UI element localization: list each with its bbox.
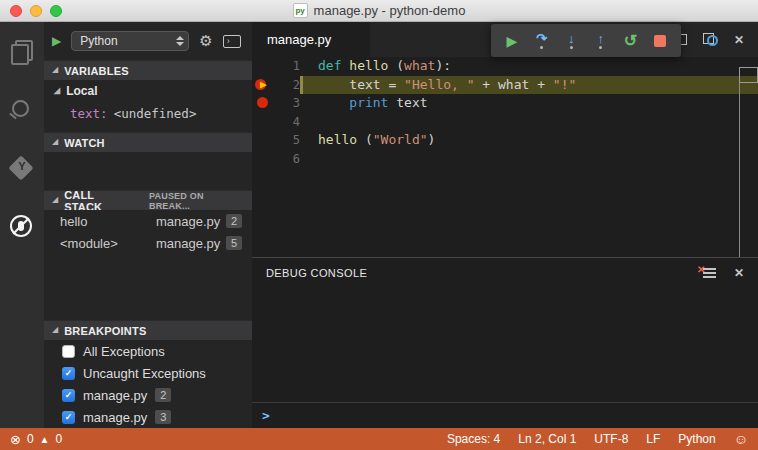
stop-button[interactable] <box>647 28 673 54</box>
debug-sidebar: ▶ Python ⚙ › ◢ VARIABLES ◢ Local tex <box>44 22 252 428</box>
console-input[interactable]: > <box>252 402 758 428</box>
breakpoint-gutter[interactable] <box>252 113 274 132</box>
code-area: 1def hello (what):▶2 text = "Hello, " + … <box>252 57 758 168</box>
debug-console-panel: DEBUG CONSOLE ✕ ✕ > <box>252 257 758 428</box>
watch-section-header[interactable]: ◢ WATCH <box>44 132 252 152</box>
breakpoints-body: All Exceptions Uncaught Exceptions manag… <box>44 340 252 428</box>
breakpoint-gutter[interactable] <box>252 150 274 169</box>
code-line[interactable]: ▶2 text = "Hello, " + what + "!" <box>252 76 758 95</box>
current-line-breakpoint-icon[interactable]: ▶ <box>254 79 274 91</box>
code-text: text = "Hello, " + what + "!" <box>300 76 758 95</box>
line-number-badge: 2 <box>226 214 242 228</box>
warnings-icon[interactable]: ▲ <box>40 434 50 445</box>
breakpoint-icon[interactable] <box>257 97 268 108</box>
start-debugging-icon[interactable]: ▶ <box>52 34 61 48</box>
eol-status[interactable]: LF <box>646 432 660 446</box>
line-number: 4 <box>274 113 300 132</box>
status-bar: ⊗ 0 ▲ 0 Spaces: 4 Ln 2, Col 1 UTF-8 LF P… <box>0 428 758 450</box>
breakpoint-gutter[interactable] <box>252 57 274 76</box>
code-text: hello ("World") <box>300 131 758 150</box>
console-output[interactable] <box>252 288 758 402</box>
traffic-lights <box>10 5 62 17</box>
feedback-smiley-icon[interactable]: ☺ <box>734 431 748 447</box>
step-out-button[interactable]: ↑ <box>588 28 614 54</box>
line-number-badge: 5 <box>226 236 242 250</box>
variable-row[interactable]: text: <undefined> <box>44 102 252 124</box>
restart-button[interactable]: ↺ <box>617 28 643 54</box>
close-panel-icon[interactable]: ✕ <box>734 266 744 280</box>
debug-icon[interactable] <box>9 214 35 240</box>
panel-header: DEBUG CONSOLE ✕ ✕ <box>252 258 758 288</box>
breakpoint-item[interactable]: manage.py 3 <box>44 406 252 428</box>
clear-console-icon[interactable]: ✕ <box>700 267 716 280</box>
breakpoint-item[interactable]: Uncaught Exceptions <box>44 362 252 384</box>
debug-config-dropdown[interactable]: Python <box>71 31 189 51</box>
code-text: print text <box>300 94 758 113</box>
gear-icon[interactable]: ⚙ <box>199 32 212 50</box>
debug-sidebar-toolbar: ▶ Python ⚙ › <box>44 22 252 60</box>
call-stack-frame[interactable]: <module> manage.py 5 <box>44 232 252 254</box>
debug-config-value: Python <box>80 34 117 48</box>
line-number: 1 <box>274 57 300 76</box>
breakpoint-item[interactable]: manage.py 2 <box>44 384 252 406</box>
code-line[interactable]: 1def hello (what): <box>252 57 758 76</box>
code-text <box>300 150 758 169</box>
tab-manage-py[interactable]: manage.py <box>252 22 370 57</box>
breakpoint-gutter[interactable] <box>252 94 274 113</box>
checkbox-checked[interactable] <box>62 411 75 424</box>
chevron-expanded-icon: ◢ <box>52 325 58 334</box>
cursor-position-status[interactable]: Ln 2, Col 1 <box>518 432 576 446</box>
open-preview-icon[interactable] <box>703 33 718 46</box>
breakpoint-gutter[interactable]: ▶ <box>252 76 274 95</box>
checkbox-checked[interactable] <box>62 367 75 380</box>
call-stack-section-header[interactable]: ◢ CALL STACK PAUSED ON BREAK... <box>44 190 252 210</box>
continue-button[interactable]: ▶ <box>499 28 525 54</box>
language-mode-status[interactable]: Python <box>678 432 715 446</box>
code-line[interactable]: 5hello ("World") <box>252 131 758 150</box>
line-number: 2 <box>274 76 300 95</box>
titlebar: py manage.py - python-demo <box>0 0 758 22</box>
chevron-expanded-icon: ◢ <box>52 137 58 146</box>
explorer-icon[interactable] <box>9 40 35 66</box>
checkbox-checked[interactable] <box>62 389 75 402</box>
code-text: def hello (what): <box>300 57 758 76</box>
step-over-button[interactable]: ↷ <box>528 28 554 54</box>
errors-count[interactable]: 0 <box>27 432 34 446</box>
errors-icon[interactable]: ⊗ <box>10 432 21 447</box>
call-stack-frame[interactable]: hello manage.py 2 <box>44 210 252 232</box>
call-stack-body: hello manage.py 2 <module> manage.py 5 <box>44 210 252 320</box>
git-icon[interactable]: Y <box>9 156 35 182</box>
chevron-expanded-icon: ◢ <box>52 65 58 74</box>
code-editor[interactable]: 1def hello (what):▶2 text = "Hello, " + … <box>252 57 758 257</box>
encoding-status[interactable]: UTF-8 <box>594 432 628 446</box>
debug-console-toggle-icon[interactable]: › <box>223 35 241 48</box>
breakpoints-section-header[interactable]: ◢ BREAKPOINTS <box>44 320 252 340</box>
line-number-badge: 2 <box>155 388 171 402</box>
breakpoint-item[interactable]: All Exceptions <box>44 340 252 362</box>
breakpoint-gutter[interactable] <box>252 131 274 150</box>
search-icon[interactable] <box>9 98 35 124</box>
chevron-expanded-icon: ◢ <box>52 195 58 204</box>
editor-area: manage.py ✕ 1def hello (what):▶2 text = … <box>252 22 758 428</box>
vscode-window: py manage.py - python-demo Y ▶ Python <box>0 0 758 450</box>
line-number: 5 <box>274 131 300 150</box>
variables-scope-local[interactable]: ◢ Local <box>44 80 252 102</box>
zoom-window-button[interactable] <box>50 5 62 17</box>
panel-title: DEBUG CONSOLE <box>266 267 367 279</box>
python-file-icon: py <box>293 3 308 18</box>
code-line[interactable]: 3 print text <box>252 94 758 113</box>
window-title: manage.py - python-demo <box>314 3 466 18</box>
paused-status-badge: PAUSED ON BREAK... <box>149 191 244 211</box>
code-line[interactable]: 4 <box>252 113 758 132</box>
minimize-window-button[interactable] <box>30 5 42 17</box>
close-editor-icon[interactable]: ✕ <box>734 33 744 47</box>
step-into-button[interactable]: ↓ <box>558 28 584 54</box>
variable-value: <undefined> <box>114 106 197 121</box>
code-line[interactable]: 6 <box>252 150 758 169</box>
indentation-status[interactable]: Spaces: 4 <box>447 432 500 446</box>
close-window-button[interactable] <box>10 5 22 17</box>
warnings-count[interactable]: 0 <box>56 432 63 446</box>
variables-section-header[interactable]: ◢ VARIABLES <box>44 60 252 80</box>
breakpoints-title: BREAKPOINTS <box>64 325 146 337</box>
checkbox-unchecked[interactable] <box>62 345 75 358</box>
